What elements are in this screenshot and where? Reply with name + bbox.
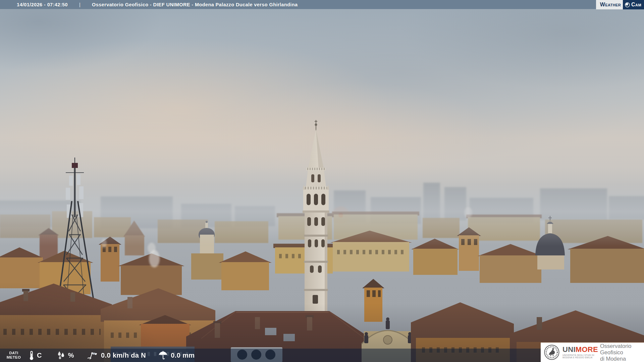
weathercam-cam-label: CAM (631, 2, 641, 8)
separator: | (79, 2, 80, 7)
meteo-label-line2: METEO (6, 355, 21, 360)
weathercam-weather-label: WEATHER (600, 2, 621, 8)
webcam-frame: 14/01/2026 - 07:42:50 | Osservatorio Geo… (0, 0, 644, 362)
humidity-value: % (68, 352, 74, 359)
thermometer-icon (29, 350, 34, 360)
meteo-bar-label: DATI METEO (6, 351, 21, 360)
weathercam-left-panel: WEATHER (596, 0, 623, 9)
wind-icon (87, 350, 98, 360)
rain-value: 0.0 mm (171, 352, 195, 359)
wind-value: 0.0 km/h da N (101, 352, 146, 359)
observatory-name-line1: Osservatorio Geofisico (600, 343, 644, 356)
unimore-brand-suffix: MORE (576, 345, 598, 354)
observatory-name: Osservatorio Geofisico di Modena (600, 343, 644, 362)
top-info-bar: 14/01/2026 - 07:42:50 | Osservatorio Geo… (0, 0, 644, 9)
weathercam-logo: WEATHER CAM (596, 0, 644, 9)
unimore-brand-prefix: UNI (562, 345, 576, 354)
humidity-readout: % (57, 351, 74, 360)
unimore-tagline-line1: UNIVERSITÀ DEGLI STUDI DI (562, 354, 597, 356)
meteo-label-line1: DATI (6, 351, 21, 355)
observatory-name-line2: di Modena (600, 356, 644, 362)
webcam-title: Osservatorio Geofisico - DIEF UNIMORE - … (92, 2, 298, 7)
camera-lens-dot-icon (625, 2, 630, 7)
umbrella-icon (158, 350, 168, 360)
humidity-drops-icon (57, 351, 65, 360)
wind-readout: 0.0 km/h da N (87, 350, 146, 360)
weathercam-right-panel: CAM (623, 0, 644, 9)
unimore-tagline-line2: MODENA E REGGIO EMILIA (562, 356, 597, 359)
unimore-wordmark: UNIMORE (562, 346, 597, 353)
unimore-badge: UNIMORE UNIVERSITÀ DEGLI STUDI DI MODENA… (541, 343, 644, 362)
timestamp: 14/01/2026 - 07:42:50 (17, 2, 68, 7)
temperature-value: C (37, 352, 42, 359)
temperature-readout: C (29, 350, 42, 360)
modena-cityscape (0, 0, 644, 362)
unimore-tagline: UNIVERSITÀ DEGLI STUDI DI MODENA E REGGI… (562, 354, 597, 359)
rain-readout: 0.0 mm (158, 350, 195, 360)
unimore-seal-icon (544, 345, 559, 360)
unimore-brand-block: UNIMORE UNIVERSITÀ DEGLI STUDI DI MODENA… (562, 346, 597, 359)
